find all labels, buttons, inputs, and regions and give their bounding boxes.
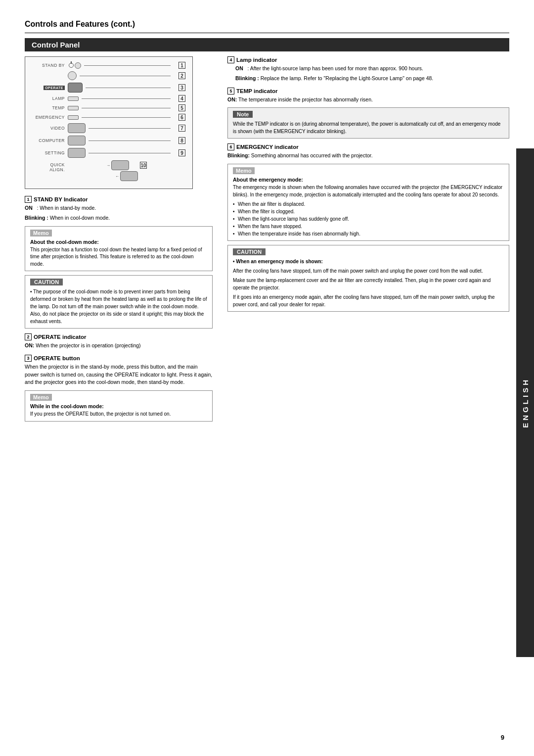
- diagram-row-2: 2: [32, 71, 185, 80]
- standby-button[interactable]: [75, 62, 81, 69]
- bullet-3: When the light-source lamp has suddenly …: [233, 215, 504, 223]
- memo-text-1: This projector has a function to cool do…: [30, 246, 207, 268]
- control-emergency: 6: [68, 114, 185, 121]
- emergency-indicator: [68, 115, 79, 120]
- num-circle-6: 6: [227, 143, 234, 150]
- num-circle-5: 5: [227, 88, 234, 94]
- diagram-row-10: QUICKALIGN. → 10 ←: [32, 160, 185, 181]
- circle-button-2[interactable]: [68, 71, 77, 80]
- caution-para-1: After the cooling fans have stopped, tur…: [233, 267, 504, 275]
- num-10: 10: [140, 162, 147, 169]
- temp-indicator: [68, 106, 79, 110]
- num-4: 4: [178, 95, 185, 102]
- diagram-row-9: SETTING 9: [32, 148, 185, 158]
- diagram-row-3: OPERATE 3: [32, 83, 185, 93]
- stand-by-on: ON : When in stand-by mode.: [25, 204, 213, 212]
- note-box: Note While the TEMP indicator is on (dur…: [227, 107, 509, 139]
- english-sidebar: ENGLISH: [516, 148, 534, 657]
- panel-header: Control Panel: [25, 38, 509, 51]
- line: [82, 98, 171, 99]
- diagram-row-8: COMPUTER 8: [32, 136, 185, 145]
- num-5: 5: [178, 104, 185, 111]
- line: [86, 88, 171, 88]
- control-operate: 3: [68, 83, 185, 93]
- bullet-4: When the fans have stopped.: [233, 223, 504, 230]
- caution-header-right: CAUTION: [233, 248, 266, 255]
- label-computer: COMPUTER: [32, 138, 68, 143]
- heading-temp: 5 TEMP indicator: [227, 88, 509, 94]
- memo-cool-down: Memo About the cool-down mode: This proj…: [25, 226, 213, 272]
- bullet-2: When the filter is clogged.: [233, 208, 504, 215]
- num-7: 7: [178, 125, 185, 132]
- label-setting: SETTING: [32, 150, 68, 155]
- english-label: ENGLISH: [521, 378, 530, 428]
- control-standby: 1: [68, 62, 185, 69]
- standby-power-icon: [69, 63, 74, 68]
- heading-stand-by: 1 STAND BY Indicator: [25, 196, 213, 203]
- memo-cool-down2: Memo While in the cool-down mode: If you…: [25, 390, 213, 422]
- lamp-on-text: ON : After the light-source lamp has bee…: [235, 65, 509, 73]
- page: Controls and Features (cont.) Control Pa…: [0, 0, 534, 756]
- operate-indicator-text: ON: When the projector is in operation (…: [25, 342, 213, 350]
- label-video: VIDEO: [32, 126, 68, 131]
- section-title: Controls and Features (cont.): [25, 20, 509, 29]
- heading-operate-button: 3 OPERATE button: [25, 355, 213, 362]
- caution-header-left: CAUTION: [30, 279, 63, 285]
- operate-badge: OPERATE: [44, 86, 65, 90]
- caution-left: CAUTION • The purpose of the cool-down m…: [25, 275, 213, 329]
- line: [82, 108, 171, 108]
- page-number: 9: [501, 734, 504, 741]
- diagram-row-4: LAMP 4: [32, 95, 185, 102]
- heading-lamp: 4 Lamp indicator: [227, 56, 509, 63]
- right-column: 4 Lamp indicator ON : After the light-so…: [227, 56, 509, 425]
- num-6: 6: [178, 114, 185, 121]
- temp-text: ON: The temperature inside the projector…: [227, 96, 509, 104]
- num-2: 2: [178, 72, 185, 79]
- caution-text-left: • The purpose of the cool-down mode is t…: [30, 288, 207, 325]
- caution-para-2: Make sure the lamp-replacement cover and…: [233, 277, 504, 291]
- caution-para-3: If it goes into an emergency mode again,…: [233, 293, 504, 308]
- line: [84, 65, 171, 66]
- note-header: Note: [233, 111, 253, 118]
- emergency-text: Blinking: Something abnormal has occurre…: [227, 152, 509, 160]
- memo-text-2: If you press the OPERATE button, the pro…: [30, 411, 207, 418]
- divider: [25, 33, 509, 33]
- stand-by-blinking: Blinking : When in cool-down mode.: [25, 214, 213, 222]
- num-circle-4: 4: [227, 56, 234, 63]
- heading-emergency: 6 EMERGENCY indicator: [227, 143, 509, 150]
- num-circle-2: 2: [25, 333, 32, 340]
- operate-button-text: When the projector is in the stand-by mo…: [25, 363, 213, 386]
- control-lamp: 4: [68, 95, 185, 102]
- line: [80, 76, 171, 76]
- label-quick-align: QUICKALIGN.: [32, 160, 68, 172]
- line: [89, 153, 171, 153]
- memo-header-2: Memo: [30, 394, 52, 401]
- quick-align-button-2[interactable]: [120, 171, 138, 181]
- label-temp: TEMP: [32, 105, 68, 110]
- control-setting: 9: [68, 148, 185, 158]
- lamp-blinking-text: Blinking : Replace the lamp. Refer to "R…: [235, 75, 509, 83]
- content-row: STAND BY 1 2: [25, 56, 509, 425]
- num-circle-3: 3: [25, 355, 32, 362]
- label-emergency: EMERGENCY: [32, 115, 68, 120]
- computer-button[interactable]: [68, 136, 86, 145]
- emergency-bullet-list: When the air filter is displaced. When t…: [233, 200, 504, 237]
- control-row2: 2: [68, 71, 185, 80]
- memo-header-emergency: Memo: [233, 167, 255, 174]
- line: [82, 117, 171, 118]
- diagram-row-7: VIDEO 7: [32, 123, 185, 133]
- memo-header-1: Memo: [30, 230, 52, 236]
- label-standby: STAND BY: [32, 63, 68, 68]
- bullet-1: When the air filter is displaced.: [233, 200, 504, 208]
- quick-align-button-1[interactable]: [111, 160, 129, 170]
- memo-sub-1: About the cool-down mode:: [30, 239, 207, 245]
- memo-emergency: Memo About the emergency mode: The emerg…: [227, 164, 509, 241]
- label-operate: OPERATE: [32, 85, 68, 90]
- operate-button[interactable]: [68, 83, 83, 93]
- caution-right: CAUTION • When an emergency mode is show…: [227, 245, 509, 312]
- num-circle-1: 1: [25, 196, 32, 203]
- video-button[interactable]: [68, 123, 86, 133]
- control-temp: 5: [68, 104, 185, 111]
- diagram-row-6: EMERGENCY 6: [32, 114, 185, 121]
- setting-button[interactable]: [68, 148, 86, 158]
